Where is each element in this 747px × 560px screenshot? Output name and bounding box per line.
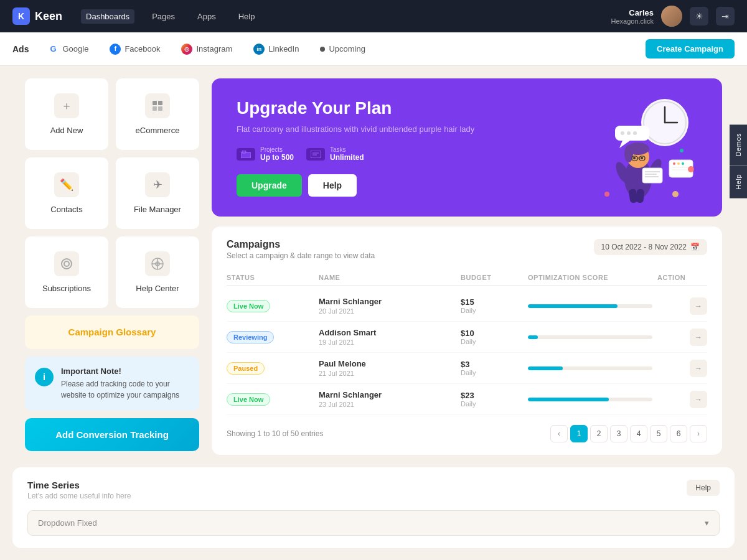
name-cell-2: Paul Melone 21 Jul 2021: [319, 359, 456, 377]
add-new-label: Add New: [50, 126, 83, 135]
nav-apps[interactable]: Apps: [192, 9, 221, 24]
action-cell-0: →: [657, 297, 707, 315]
budget-cell-3: $23 Daily: [461, 391, 523, 408]
google-icon: G: [47, 44, 59, 55]
page-1-button[interactable]: 1: [570, 425, 588, 442]
file-manager-label: File Manager: [134, 205, 181, 214]
nav-pages[interactable]: Pages: [147, 9, 180, 24]
subscriptions-card[interactable]: Subscriptions: [25, 236, 108, 308]
tasks-value: Unlimited: [330, 153, 364, 162]
page-5-button[interactable]: 5: [650, 425, 667, 442]
campaign-date-3: 23 Jul 2021: [319, 401, 456, 408]
budget-cell-1: $10 Daily: [461, 329, 523, 345]
help-tab[interactable]: Help: [730, 166, 747, 198]
page-3-button[interactable]: 3: [610, 425, 627, 442]
svg-rect-1: [158, 101, 162, 105]
time-series-header-text: Time Series Let's add some useful info h…: [27, 480, 131, 500]
campaigns-subtitle: Select a campaign & date range to view d…: [227, 251, 375, 260]
pagination-next[interactable]: ›: [690, 425, 707, 442]
campaigns-header: Campaigns Select a campaign & date range…: [227, 239, 707, 260]
nav-google[interactable]: G Google: [39, 40, 97, 58]
nav-instagram-label: Instagram: [196, 44, 232, 54]
upgrade-help-button[interactable]: Help: [308, 174, 357, 197]
svg-point-42: [672, 191, 679, 197]
campaign-name-3: Marni Schlanger: [319, 390, 456, 399]
logout-button[interactable]: ⇥: [716, 7, 735, 26]
pagination-prev[interactable]: ‹: [550, 425, 568, 442]
linkedin-icon: in: [253, 44, 265, 55]
name-cell-1: Addison Smart 19 Jul 2021: [319, 328, 456, 346]
budget-period-0: Daily: [461, 307, 523, 314]
nav-google-label: Google: [62, 44, 88, 54]
contacts-card[interactable]: ✏️ Contacts: [25, 157, 108, 229]
progress-cell-3: [528, 398, 652, 401]
svg-rect-26: [636, 189, 644, 203]
svg-point-43: [680, 149, 684, 152]
nav-facebook[interactable]: f Facebook: [101, 40, 169, 58]
name-cell-0: Marni Schlanger 20 Jul 2021: [319, 297, 456, 315]
dropdown-fixed[interactable]: Dropdown Fixed ▾: [27, 510, 720, 536]
logo: K Keen: [12, 7, 62, 25]
col-status: STATUS: [227, 274, 314, 281]
svg-point-21: [621, 131, 624, 135]
add-conversion-tracking-button[interactable]: Add Conversion Tracking: [25, 418, 199, 451]
upgrade-button[interactable]: Upgrade: [237, 174, 302, 197]
nav-upcoming[interactable]: Upcoming: [311, 40, 374, 57]
status-badge-3: Live Now: [227, 393, 270, 406]
svg-point-50: [688, 166, 694, 172]
action-button-0[interactable]: →: [690, 297, 707, 315]
important-note-card: i Important Note! Please add tracking co…: [25, 357, 199, 411]
demos-tab[interactable]: Demos: [730, 124, 747, 165]
progress-bar-fill-2: [528, 366, 563, 370]
avatar-image: [661, 6, 682, 27]
theme-toggle-button[interactable]: ☀: [690, 7, 708, 26]
file-manager-card[interactable]: ✈ File Manager: [116, 157, 199, 229]
budget-period-1: Daily: [461, 338, 523, 345]
action-button-3[interactable]: →: [690, 391, 707, 408]
table-row: Live Now Marni Schlanger 20 Jul 2021 $15…: [227, 291, 707, 322]
nav-instagram[interactable]: ◎ Instagram: [172, 40, 241, 58]
status-cell-0: Live Now: [227, 300, 314, 312]
nav-facebook-label: Facebook: [125, 44, 160, 54]
progress-bar-bg-1: [528, 335, 652, 339]
nav-linkedin[interactable]: in LinkedIn: [245, 40, 308, 58]
top-nav: K Keen Dashboards Pages Apps Help Carles…: [0, 0, 747, 32]
help-center-card[interactable]: Help Center: [116, 236, 199, 308]
page-4-button[interactable]: 4: [630, 425, 647, 442]
svg-point-22: [627, 131, 631, 135]
svg-point-46: [677, 162, 680, 165]
action-cell-2: →: [657, 360, 707, 377]
ecommerce-card[interactable]: eCommerce: [116, 78, 199, 150]
campaign-date-2: 21 Jul 2021: [319, 370, 456, 377]
time-series-title: Time Series: [27, 480, 131, 490]
ecommerce-icon: [145, 93, 170, 118]
campaigns-title: Campaigns: [227, 239, 375, 250]
subscriptions-label: Subscriptions: [42, 284, 91, 293]
date-range-picker[interactable]: 10 Oct 2022 - 8 Nov 2022 📅: [594, 239, 707, 255]
campaign-glossary-card[interactable]: Campaign Glossary: [25, 315, 199, 349]
page-6-button[interactable]: 6: [670, 425, 687, 442]
time-series-help-button[interactable]: Help: [687, 480, 720, 496]
card-grid-top: ＋ Add New eCommerce: [25, 78, 199, 150]
add-new-card[interactable]: ＋ Add New: [25, 78, 108, 150]
campaigns-table-body: Live Now Marni Schlanger 20 Jul 2021 $15…: [227, 291, 707, 415]
svg-rect-12: [311, 151, 321, 158]
progress-bar-fill-3: [528, 398, 609, 401]
nav-dashboards[interactable]: Dashboards: [81, 9, 134, 24]
action-button-1[interactable]: →: [690, 329, 707, 346]
nav-upcoming-label: Upcoming: [329, 44, 365, 54]
contacts-label: Contacts: [50, 205, 82, 214]
page-2-button[interactable]: 2: [590, 425, 608, 442]
nav-help[interactable]: Help: [233, 9, 260, 24]
progress-cell-1: [528, 335, 652, 339]
svg-point-5: [64, 261, 69, 266]
ecommerce-label: eCommerce: [136, 126, 180, 135]
banner-illustration: [566, 85, 703, 210]
user-name: Carles: [611, 8, 654, 17]
action-button-2[interactable]: →: [690, 360, 707, 377]
status-badge-2: Paused: [227, 362, 265, 375]
note-title: Important Note!: [61, 366, 189, 376]
create-campaign-button[interactable]: Create Campaign: [646, 39, 735, 58]
action-cell-3: →: [657, 391, 707, 408]
budget-period-3: Daily: [461, 400, 523, 408]
